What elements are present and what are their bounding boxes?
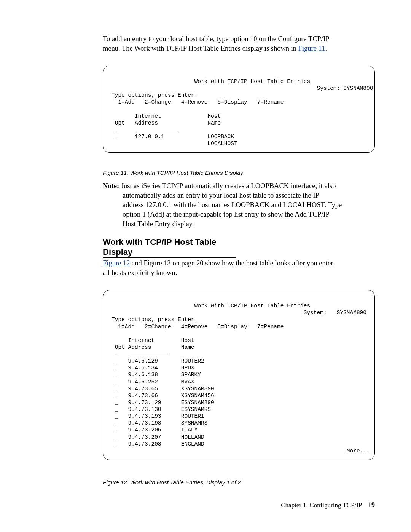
- terminal-screen-2: Work with TCP/IP Host Table Entries Syst…: [103, 290, 375, 460]
- term2-blank-row: _: [112, 351, 168, 357]
- intro-paragraph: To add an entry to your local host table…: [103, 34, 375, 53]
- note-label: Note:: [103, 182, 119, 190]
- intro-l2a: menu. The Work with TCP/IP Host Table En…: [103, 45, 298, 52]
- term1-row-sub: LOCALHOST: [112, 141, 237, 147]
- table-row: _ 9.4.6.138 SPARKY: [112, 372, 201, 378]
- note-l1: Just as iSeries TCP/IP automatically cre…: [119, 182, 336, 190]
- note-l3: address 127.0.0.1 with the host names LO…: [123, 200, 342, 210]
- term1-system: System: SYSNAM890: [112, 85, 373, 91]
- after-heading-paragraph: Figure 12 and Figure 13 on page 20 show …: [103, 259, 375, 278]
- term2-more: More...: [112, 448, 370, 454]
- page-footer: Chapter 1. Configuring TCP/IP 19: [281, 501, 375, 509]
- table-row: _ 9.4.73.193 ROUTER1: [112, 413, 204, 419]
- terminal-screen-1: Work with TCP/IP Host Table Entries Syst…: [103, 66, 375, 153]
- table-row: _ 9.4.73.65 XSYSNAM890: [112, 386, 214, 392]
- table-row: _ 9.4.73.198 SYSNAMRS: [112, 420, 207, 426]
- section-heading: Work with TCP/IP Host Table Display: [103, 237, 236, 258]
- term2-instr: Type options, press Enter.: [112, 316, 198, 323]
- after-rest2: all hosts explicitly known.: [103, 269, 177, 276]
- term1-title: Work with TCP/IP Host Table Entries: [112, 78, 310, 85]
- term1-instr: Type options, press Enter.: [112, 92, 198, 98]
- note-l2: automatically adds an entry to your loca…: [123, 191, 319, 200]
- term1-hdr2: Opt Address Name: [112, 120, 221, 126]
- footer-chapter: Chapter 1. Configuring TCP/IP: [281, 502, 362, 509]
- term1-opts: 1=Add 2=Change 4=Remove 5=Display 7=Rena…: [112, 99, 284, 105]
- table-row: _ 9.4.6.252 MVAX: [112, 379, 194, 385]
- table-row: _ 9.4.73.130 ESYSNAMRS: [112, 406, 211, 412]
- page: To add an entry to your local host table…: [0, 0, 411, 532]
- term2-hdr2: Opt Address Name: [112, 344, 194, 350]
- note-l4: option 1 (Add) at the input-capable top …: [123, 210, 330, 219]
- term1-hdr1: Internet Host: [112, 113, 221, 119]
- term2-title: Work with TCP/IP Host Table Entries: [112, 303, 310, 309]
- footer-page-number: 19: [368, 501, 375, 509]
- table-row: _ 9.4.73.208 ENGLAND: [112, 441, 204, 447]
- figure-12-link[interactable]: Figure 12: [103, 259, 130, 267]
- figure-11-caption: Figure 11. Work with TCP/IP Host Table E…: [103, 169, 375, 176]
- term2-system: System: SYSNAM890: [112, 310, 366, 316]
- note-l5: Host Table Entry display.: [123, 219, 194, 229]
- table-row: _ 9.4.6.129 ROUTER2: [112, 358, 204, 364]
- intro-l1: To add an entry to your local host table…: [103, 35, 329, 43]
- table-row: _ 9.4.73.66 XSYSNAM456: [112, 393, 214, 399]
- figure-11-link[interactable]: Figure 11: [298, 45, 325, 52]
- term1-blank-row: _: [112, 127, 178, 133]
- term2-opts: 1=Add 2=Change 4=Remove 5=Display 7=Rena…: [112, 324, 284, 330]
- intro-l2b: .: [325, 45, 327, 52]
- note-block: Note: Just as iSeries TCP/IP automatical…: [103, 181, 375, 229]
- figure-12-caption: Figure 12. Work with Host Table Entries,…: [103, 479, 375, 486]
- table-row: _ 9.4.73.129 ESYSNAM890: [112, 399, 214, 406]
- table-row: _ 9.4.73.206 ITALY: [112, 427, 198, 433]
- after-rest1: and Figure 13 on page 20 show how the ho…: [130, 259, 333, 267]
- term1-row: _ 127.0.0.1 LOOPBACK: [112, 134, 234, 140]
- table-row: _ 9.4.6.134 HPUX: [112, 365, 194, 371]
- table-row: _ 9.4.73.207 HOLLAND: [112, 434, 204, 440]
- term2-hdr1: Internet Host: [112, 337, 194, 343]
